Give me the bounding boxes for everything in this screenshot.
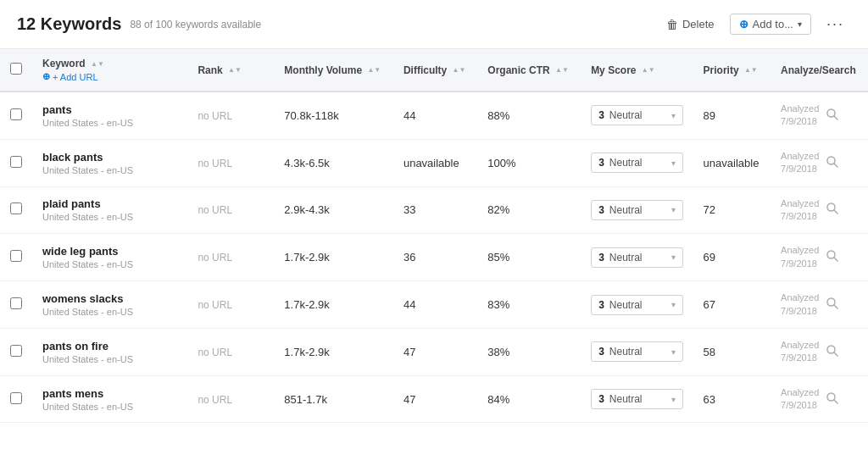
search-icon[interactable] bbox=[826, 391, 839, 408]
priority-value: 63 bbox=[704, 393, 715, 406]
volume-value: 70.8k-118k bbox=[284, 109, 338, 122]
difficulty-sort-icon[interactable]: ▲▼ bbox=[453, 67, 466, 74]
keywords-table: Keyword ▲▼ ⊕ + Add URL Rank ▲▼ Monthly V… bbox=[0, 49, 868, 423]
keyword-cell: pants on fire United States - en-US bbox=[32, 328, 187, 375]
row-checkbox-cell bbox=[0, 281, 32, 329]
svg-line-9 bbox=[834, 305, 837, 308]
ctr-cell: 88% bbox=[477, 92, 581, 139]
svg-line-11 bbox=[834, 352, 837, 356]
analyze-cell: Analyzed7/9/2018 bbox=[771, 375, 868, 423]
score-dropdown[interactable]: 3 Neutral ▾ bbox=[591, 389, 682, 409]
ctr-value: 82% bbox=[487, 203, 509, 216]
priority-cell: 69 bbox=[693, 234, 771, 281]
score-dropdown[interactable]: 3 Neutral ▾ bbox=[591, 153, 682, 173]
search-icon[interactable] bbox=[826, 249, 839, 265]
select-all-header bbox=[0, 49, 32, 92]
rank-cell: no URL bbox=[187, 375, 274, 423]
row-checkbox[interactable] bbox=[10, 392, 22, 404]
score-cell: 3 Neutral ▾ bbox=[581, 375, 693, 423]
keyword-sort-icon[interactable]: ▲▼ bbox=[91, 61, 104, 68]
add-url-link[interactable]: ⊕ + Add URL bbox=[42, 71, 98, 82]
analyzed-date: Analyzed7/9/2018 bbox=[781, 150, 819, 176]
ctr-value: 84% bbox=[487, 393, 509, 406]
score-dropdown[interactable]: 3 Neutral ▾ bbox=[591, 247, 682, 268]
volume-sort-icon[interactable]: ▲▼ bbox=[367, 67, 381, 74]
score-dropdown-arrow: ▾ bbox=[671, 347, 676, 357]
rank-cell: no URL bbox=[187, 139, 274, 186]
score-dropdown[interactable]: 3 Neutral ▾ bbox=[591, 295, 682, 315]
score-label: Neutral bbox=[609, 252, 643, 264]
priority-sort-icon[interactable]: ▲▼ bbox=[744, 67, 758, 74]
volume-value: 1.7k-2.9k bbox=[284, 251, 329, 264]
difficulty-cell: 36 bbox=[393, 234, 477, 281]
ctr-value: 100% bbox=[487, 157, 515, 169]
th-keyword: Keyword ▲▼ ⊕ + Add URL bbox=[32, 49, 187, 92]
score-label: Neutral bbox=[609, 346, 643, 358]
search-icon[interactable] bbox=[826, 108, 839, 124]
difficulty-cell: 33 bbox=[393, 186, 477, 234]
keyword-cell: pants mens United States - en-US bbox=[32, 375, 187, 423]
search-icon[interactable] bbox=[826, 344, 839, 360]
difficulty-cell: 44 bbox=[393, 92, 477, 139]
search-icon[interactable] bbox=[826, 297, 839, 313]
th-volume: Monthly Volume ▲▼ bbox=[274, 49, 393, 92]
row-checkbox-cell bbox=[0, 186, 32, 234]
more-options-button[interactable]: ··· bbox=[820, 12, 851, 36]
rank-value: no URL bbox=[198, 204, 232, 216]
search-icon[interactable] bbox=[826, 155, 839, 171]
select-all-checkbox[interactable] bbox=[10, 63, 22, 75]
difficulty-value: 44 bbox=[403, 298, 415, 311]
score-dropdown[interactable]: 3 Neutral ▾ bbox=[591, 105, 682, 125]
ctr-sort-icon[interactable]: ▲▼ bbox=[555, 67, 569, 74]
ctr-value: 38% bbox=[487, 346, 509, 358]
row-checkbox-cell bbox=[0, 328, 32, 375]
keyword-location: United States - en-US bbox=[42, 118, 177, 128]
priority-cell: 67 bbox=[693, 281, 771, 329]
svg-line-7 bbox=[834, 258, 837, 261]
analyze-cell: Analyzed7/9/2018 bbox=[771, 328, 868, 375]
analyze-cell: Analyzed7/9/2018 bbox=[771, 186, 868, 234]
score-number: 3 bbox=[598, 157, 604, 169]
rank-sort-icon[interactable]: ▲▼ bbox=[228, 67, 242, 74]
delete-button[interactable]: 🗑 Delete bbox=[659, 14, 721, 35]
priority-cell: 63 bbox=[693, 375, 771, 423]
volume-cell: 1.7k-2.9k bbox=[274, 234, 393, 281]
table-row: pants United States - en-US no URL 70.8k… bbox=[0, 92, 868, 139]
search-icon[interactable] bbox=[826, 202, 839, 218]
chevron-down-icon: ▾ bbox=[798, 19, 802, 29]
keyword-location: United States - en-US bbox=[42, 354, 177, 364]
volume-cell: 4.3k-6.5k bbox=[274, 139, 393, 186]
score-dropdown[interactable]: 3 Neutral ▾ bbox=[591, 200, 682, 220]
rank-cell: no URL bbox=[187, 328, 274, 375]
th-difficulty: Difficulty ▲▼ bbox=[393, 49, 477, 92]
ctr-cell: 38% bbox=[477, 328, 581, 375]
difficulty-value: 47 bbox=[403, 393, 415, 406]
difficulty-cell: 47 bbox=[393, 328, 477, 375]
keyword-cell: pants United States - en-US bbox=[32, 92, 187, 139]
svg-line-13 bbox=[834, 400, 837, 403]
rank-cell: no URL bbox=[187, 234, 274, 281]
row-checkbox[interactable] bbox=[10, 345, 22, 357]
row-checkbox[interactable] bbox=[10, 297, 22, 309]
score-sort-icon[interactable]: ▲▼ bbox=[642, 67, 655, 74]
ctr-cell: 83% bbox=[477, 281, 581, 329]
score-cell: 3 Neutral ▾ bbox=[581, 92, 693, 139]
trash-icon: 🗑 bbox=[666, 18, 678, 31]
main-container: 12 Keywords 88 of 100 keywords available… bbox=[0, 0, 868, 466]
ctr-cell: 100% bbox=[477, 139, 581, 186]
score-dropdown[interactable]: 3 Neutral ▾ bbox=[591, 341, 682, 362]
score-label: Neutral bbox=[609, 109, 643, 121]
difficulty-cell: unavailable bbox=[393, 139, 477, 186]
row-checkbox[interactable] bbox=[10, 250, 22, 262]
score-cell: 3 Neutral ▾ bbox=[581, 234, 693, 281]
score-label: Neutral bbox=[609, 157, 643, 169]
row-checkbox[interactable] bbox=[10, 156, 22, 168]
row-checkbox[interactable] bbox=[10, 108, 22, 120]
row-checkbox[interactable] bbox=[10, 202, 22, 214]
keyword-location: United States - en-US bbox=[42, 402, 177, 412]
svg-line-1 bbox=[834, 116, 837, 119]
add-to-button[interactable]: ⊕ Add to... ▾ bbox=[730, 14, 811, 35]
th-analyze: Analyze/Search bbox=[771, 49, 868, 92]
analyze-cell: Analyzed7/9/2018 bbox=[771, 234, 868, 281]
keyword-name: pants on fire bbox=[42, 340, 177, 352]
